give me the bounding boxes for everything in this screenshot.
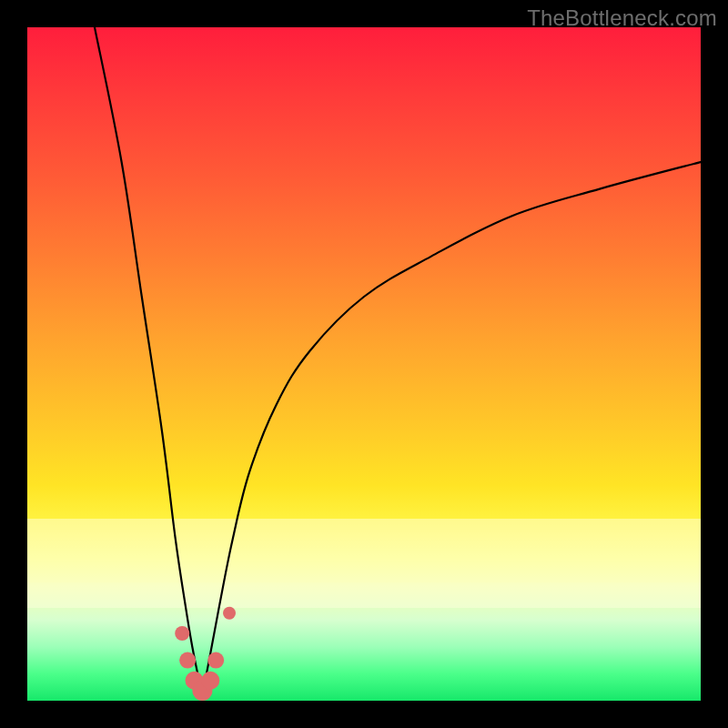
plot-area [27, 27, 701, 701]
trough-marker [175, 626, 189, 641]
trough-markers [175, 607, 236, 701]
trough-marker [207, 652, 224, 669]
watermark-text: TheBottleneck.com [527, 5, 717, 31]
curve-layer [27, 27, 701, 701]
curve-left-branch [95, 27, 202, 694]
trough-marker [179, 652, 196, 669]
trough-marker [201, 672, 219, 690]
curve-right-branch [202, 162, 701, 694]
trough-marker [223, 607, 236, 620]
